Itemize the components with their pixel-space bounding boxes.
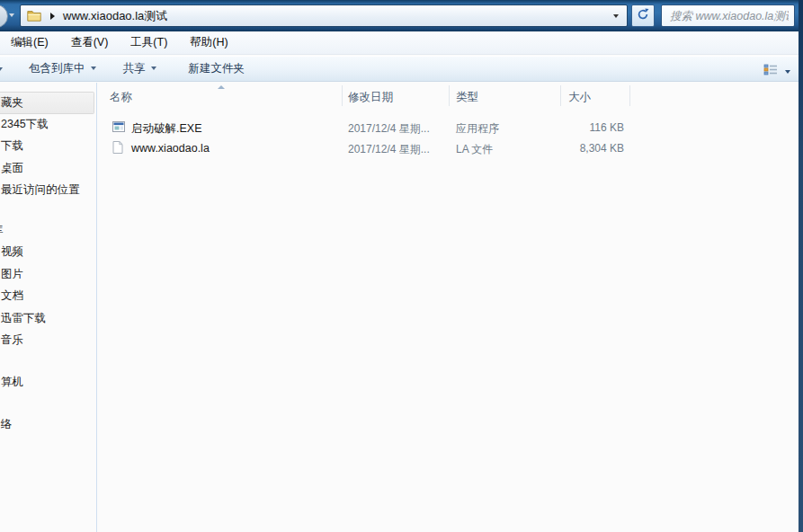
file-name[interactable]: 启动破解.EXE: [131, 121, 202, 137]
column-separator[interactable]: [342, 85, 343, 106]
file-size: 116 KB: [547, 121, 624, 134]
recent-pages-dropdown-icon[interactable]: [9, 13, 14, 17]
network-group: 络: [0, 414, 95, 437]
menu-view[interactable]: 查看(V): [69, 32, 111, 53]
file-name[interactable]: www.xiaodao.la: [131, 142, 210, 155]
include-in-library-label: 包含到库中: [29, 61, 85, 76]
chevron-down-icon: [91, 66, 96, 70]
views-icon: [763, 63, 778, 80]
menu-tools[interactable]: 工具(T): [129, 32, 169, 53]
sidebar-item-recent-places[interactable]: 最近访问的位置: [0, 180, 95, 202]
refresh-button[interactable]: [631, 4, 655, 27]
navigation-pane: 藏夹 2345下载 下载 桌面 最近访问的位置 库 视频 图片 文档 迅雷下载 …: [0, 83, 95, 532]
file-icon: [112, 141, 123, 157]
menu-help[interactable]: 帮助(H): [188, 32, 229, 53]
new-folder-label: 新建文件夹: [189, 61, 245, 76]
column-header-type[interactable]: 类型: [456, 90, 478, 105]
column-header-date-modified[interactable]: 修改日期: [348, 90, 393, 105]
file-row-la[interactable]: www.xiaodao.la 2017/12/4 星期... LA 文件 8,3…: [97, 138, 799, 159]
sidebar-item-pictures[interactable]: 图片: [0, 264, 95, 287]
sidebar-item-2345-downloads[interactable]: 2345下载: [0, 114, 95, 137]
address-bar[interactable]: www.xiaodao.la测试: [20, 4, 628, 27]
folder-icon: [27, 10, 41, 22]
sidebar-item-favorites[interactable]: 藏夹: [0, 92, 94, 114]
change-view-button[interactable]: [761, 60, 793, 83]
search-box[interactable]: [661, 4, 795, 27]
address-dropdown-icon[interactable]: [613, 14, 619, 18]
chevron-down-icon: [785, 70, 790, 74]
share-button[interactable]: 共享: [120, 58, 160, 80]
sidebar-item-libraries[interactable]: 库: [0, 220, 95, 243]
file-size: 8,304 KB: [547, 142, 624, 155]
sidebar-item-documents[interactable]: 文档: [0, 286, 95, 308]
sidebar-item-network[interactable]: 络: [0, 414, 95, 437]
file-date-modified: 2017/12/4 星期...: [348, 121, 430, 137]
application-icon: [112, 120, 125, 137]
sidebar-item-downloads[interactable]: 下载: [0, 136, 95, 158]
organize-dropdown-icon[interactable]: [0, 67, 3, 71]
file-rows: 启动破解.EXE 2017/12/4 星期... 应用程序 116 KB www…: [97, 108, 799, 159]
include-in-library-button[interactable]: 包含到库中: [25, 58, 100, 80]
computer-group: 算机: [0, 372, 95, 395]
sort-ascending-icon: [218, 85, 225, 89]
column-separator[interactable]: [560, 85, 561, 106]
search-input[interactable]: [662, 5, 794, 26]
breadcrumb-path[interactable]: www.xiaodao.la测试: [63, 8, 167, 24]
column-header-name[interactable]: 名称: [110, 90, 132, 105]
column-header-size[interactable]: 大小: [568, 90, 591, 105]
window-right-border: [799, 0, 803, 532]
file-type: LA 文件: [456, 142, 493, 157]
favorites-group: 藏夹 2345下载 下载 桌面 最近访问的位置: [0, 92, 95, 202]
file-type: 应用程序: [456, 121, 499, 137]
address-bar-chrome: www.xiaodao.la测试: [0, 0, 803, 31]
sidebar-item-videos[interactable]: 视频: [0, 242, 95, 264]
file-date-modified: 2017/12/4 星期...: [348, 142, 430, 157]
sidebar-item-computer[interactable]: 算机: [0, 372, 95, 395]
file-list: 名称 修改日期 类型 大小 启动破解.EXE 2017/12/4 星期... 应…: [97, 83, 799, 532]
back-button[interactable]: [0, 4, 8, 28]
column-header-row: 名称 修改日期 类型 大小: [97, 83, 799, 108]
menu-bar: 编辑(E) 查看(V) 工具(T) 帮助(H): [0, 31, 803, 55]
column-separator[interactable]: [629, 85, 630, 106]
libraries-group: 库 视频 图片 文档 迅雷下载 音乐: [0, 220, 95, 352]
file-row-exe[interactable]: 启动破解.EXE 2017/12/4 星期... 应用程序 116 KB: [97, 118, 799, 138]
sidebar-item-desktop[interactable]: 桌面: [0, 158, 95, 181]
column-separator[interactable]: [449, 85, 450, 106]
sidebar-item-music[interactable]: 音乐: [0, 330, 95, 352]
sidebar-item-thunder-downloads[interactable]: 迅雷下载: [0, 308, 95, 331]
new-folder-button[interactable]: 新建文件夹: [185, 58, 249, 80]
refresh-icon: [637, 8, 649, 24]
share-label: 共享: [123, 61, 146, 76]
command-toolbar: 包含到库中 共享 新建文件夹: [0, 56, 803, 82]
menu-edit[interactable]: 编辑(E): [9, 32, 50, 53]
breadcrumb-arrow-icon[interactable]: [50, 13, 55, 20]
chevron-down-icon: [151, 66, 156, 70]
